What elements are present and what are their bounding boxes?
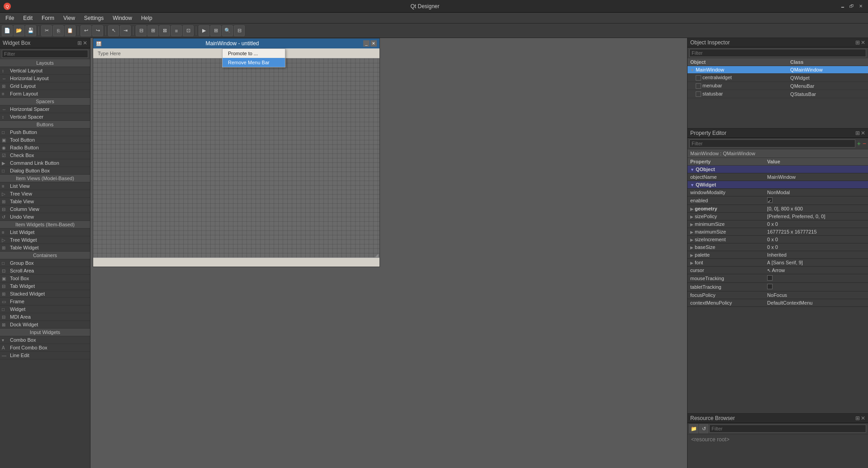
widget-font-combo-box[interactable]: AFont Combo Box — [0, 344, 90, 352]
menu-file[interactable]: File — [2, 14, 18, 22]
widget-column-view[interactable]: ⊟Column View — [0, 205, 90, 213]
toolbar-copy[interactable]: ⎘ — [53, 25, 64, 36]
oi-filter-input[interactable] — [689, 49, 866, 57]
oi-row-statusbar[interactable]: statusbar QStatusBar — [688, 90, 868, 98]
minimize-button[interactable]: 🗕 — [839, 3, 846, 10]
pe-row-font[interactable]: ▶ font A [Sans Serif, 9] — [688, 259, 868, 267]
widget-check-box[interactable]: ☑Check Box — [0, 152, 90, 159]
toolbar-extra[interactable]: ⊟ — [234, 25, 245, 36]
oi-row-menubar[interactable]: menubar QMenuBar — [688, 82, 868, 90]
toolbar-redo[interactable]: ↪ — [92, 25, 103, 36]
pe-row-palette[interactable]: ▶ palette Inherited — [688, 251, 868, 259]
ctx-promote[interactable]: Promote to ... — [223, 49, 285, 58]
pe-val-minimumsize[interactable]: 0 x 0 — [764, 220, 868, 228]
widget-line-edit[interactable]: —Line Edit — [0, 352, 90, 359]
widget-horizontal-layout[interactable]: ↔Horizontal Layout — [0, 75, 90, 82]
pe-remove-btn[interactable]: − — [863, 140, 866, 147]
toolbar-layout-form[interactable]: ≡ — [171, 25, 182, 36]
toolbar-tab-order[interactable]: ⇥ — [120, 25, 131, 36]
toolbar-layout-break[interactable]: ⊡ — [183, 25, 194, 36]
pe-row-basesize[interactable]: ▶ baseSize 0 x 0 — [688, 244, 868, 251]
pe-val-objectname[interactable]: MainWindow — [764, 173, 868, 181]
widget-mdi-area[interactable]: ⊟MDI Area — [0, 313, 90, 321]
widget-vertical-layout[interactable]: ↕Vertical Layout — [0, 67, 90, 75]
resize-handle[interactable]: ◢ — [374, 252, 379, 258]
widget-filter-input[interactable] — [2, 50, 88, 58]
pe-val-contextmenupolicy[interactable]: DefaultContextMenu — [764, 299, 868, 307]
widget-tab-widget[interactable]: ⊟Tab Widget — [0, 282, 90, 290]
toolbar-preview2[interactable]: ⊞ — [210, 25, 221, 36]
toolbar-new[interactable]: 📄 — [2, 25, 13, 36]
design-window-minimize[interactable]: _ — [363, 40, 370, 47]
pe-section-qobject[interactable]: ▼QObject — [688, 166, 868, 173]
pe-close-icon[interactable]: ✕ — [861, 130, 865, 136]
rb-refresh-btn[interactable]: ↺ — [699, 424, 708, 433]
pe-row-maximumsize[interactable]: ▶ maximumSize 16777215 x 16777215 — [688, 228, 868, 236]
pe-val-font[interactable]: A [Sans Serif, 9] — [764, 259, 868, 267]
toolbar-pointer[interactable]: ↖ — [108, 25, 119, 36]
widget-widget[interactable]: □Widget — [0, 306, 90, 313]
pe-add-btn[interactable]: + — [857, 140, 861, 147]
widget-push-button[interactable]: □Push Button — [0, 129, 90, 136]
widget-grid-layout[interactable]: ⊞Grid Layout — [0, 82, 90, 90]
oi-close-icon[interactable]: ✕ — [861, 39, 865, 46]
widget-tool-box[interactable]: ▣Tool Box — [0, 275, 90, 282]
widget-horizontal-spacer[interactable]: ↔Horizontal Spacer — [0, 105, 90, 113]
widget-box-close-icon[interactable]: ✕ — [83, 40, 87, 46]
oi-row-mainwindow[interactable]: ▼MainWindow QMainWindow — [688, 66, 868, 74]
pe-val-enabled[interactable] — [764, 196, 868, 205]
toolbar-undo[interactable]: ↩ — [81, 25, 91, 36]
design-window-close[interactable]: ✕ — [370, 40, 377, 47]
pe-row-windowmodality[interactable]: windowModality NonModal — [688, 189, 868, 196]
pe-val-focuspolicy[interactable]: NoFocus — [764, 291, 868, 299]
widget-dialog-button-box[interactable]: □Dialog Button Box — [0, 167, 90, 175]
oi-row-centralwidget[interactable]: centralwidget QWidget — [688, 74, 868, 82]
widget-table-widget[interactable]: ⊞Table Widget — [0, 244, 90, 252]
widget-form-layout[interactable]: ≡Form Layout — [0, 90, 90, 98]
design-menubar[interactable]: Type Here Promote to ... Remove Menu Bar — [93, 48, 379, 58]
widget-stacked-widget[interactable]: ⊞Stacked Widget — [0, 290, 90, 298]
menu-view[interactable]: View — [60, 14, 79, 22]
pe-row-enabled[interactable]: enabled — [688, 196, 868, 205]
toolbar-layout-h[interactable]: ⊟ — [136, 25, 147, 36]
toolbar-preview[interactable]: ▶ — [199, 25, 209, 36]
pe-val-basesize[interactable]: 0 x 0 — [764, 244, 868, 251]
pe-val-maximumsize[interactable]: 16777215 x 16777215 — [764, 228, 868, 236]
rb-new-btn[interactable]: 📁 — [689, 424, 698, 433]
widget-combo-box[interactable]: ▾Combo Box — [0, 336, 90, 344]
pe-row-mousetracking[interactable]: mouseTracking — [688, 274, 868, 283]
maximize-button[interactable]: 🗗 — [848, 3, 855, 10]
widget-radio-button[interactable]: ◉Radio Button — [0, 144, 90, 152]
canvas-area[interactable]: 🪟 MainWindow - untitled _ ✕ Type Here Pr… — [90, 38, 687, 468]
close-button[interactable]: ✕ — [857, 3, 864, 10]
pe-row-focuspolicy[interactable]: focusPolicy NoFocus — [688, 291, 868, 299]
widget-vertical-spacer[interactable]: ↕Vertical Spacer — [0, 113, 90, 121]
pe-row-objectname[interactable]: objectName MainWindow — [688, 173, 868, 181]
widget-list-view[interactable]: ≡List View — [0, 182, 90, 190]
pe-val-tablettracking[interactable] — [764, 283, 868, 291]
toolbar-layout-grid[interactable]: ⊠ — [159, 25, 170, 36]
widget-group-box[interactable]: □Group Box — [0, 259, 90, 267]
pe-row-geometry[interactable]: ▶ geometry [0, 0], 800 x 600 — [688, 205, 868, 213]
pe-row-sizepolicy[interactable]: ▶ sizePolicy [Preferred, Preferred, 0, 0… — [688, 213, 868, 220]
pe-float-icon[interactable]: ⊞ — [855, 130, 860, 136]
pe-row-minimumsize[interactable]: ▶ minimumSize 0 x 0 — [688, 220, 868, 228]
pe-row-sizeincrement[interactable]: ▶ sizeIncrement 0 x 0 — [688, 236, 868, 244]
pe-val-sizepolicy[interactable]: [Preferred, Preferred, 0, 0] — [764, 213, 868, 220]
menu-help[interactable]: Help — [138, 14, 156, 22]
widget-command-link-button[interactable]: ▶Command Link Button — [0, 159, 90, 167]
toolbar-cut[interactable]: ✂ — [41, 25, 52, 36]
pe-val-geometry[interactable]: [0, 0], 800 x 600 — [764, 205, 868, 213]
widget-box-float-icon[interactable]: ⊞ — [77, 40, 82, 46]
menu-settings[interactable]: Settings — [81, 14, 107, 22]
ctx-remove-menubar[interactable]: Remove Menu Bar — [223, 58, 285, 67]
widget-tree-widget[interactable]: ▷Tree Widget — [0, 236, 90, 244]
pe-val-mousetracking[interactable] — [764, 274, 868, 283]
widget-scroll-area[interactable]: ⊡Scroll Area — [0, 267, 90, 275]
toolbar-open[interactable]: 📂 — [14, 25, 24, 36]
widget-tree-view[interactable]: ▷Tree View — [0, 190, 90, 198]
rb-float-icon[interactable]: ⊞ — [855, 415, 860, 421]
toolbar-paste[interactable]: 📋 — [65, 25, 76, 36]
rb-close-icon[interactable]: ✕ — [861, 415, 865, 421]
pe-row-tablettracking[interactable]: tabletTracking — [688, 283, 868, 291]
